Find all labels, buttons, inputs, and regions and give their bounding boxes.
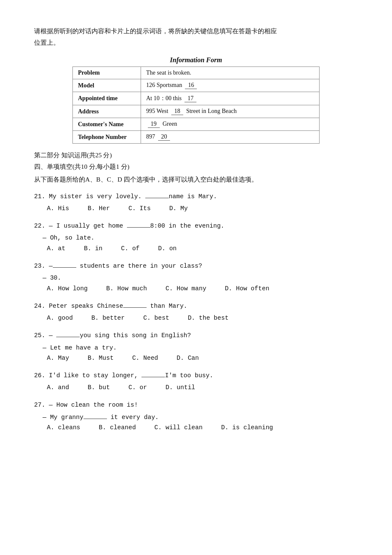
part2-heading: 第二部分 知识运用(共25 分) [34, 151, 358, 159]
q26-text: 26. I'd like to stay longer, I'm too bus… [34, 370, 358, 381]
blank-q24 [123, 307, 147, 308]
q24-choices: A. good B. better C. best D. the best [47, 313, 358, 324]
q27-choices: A. cleans B. cleaned C. will clean D. is… [47, 422, 358, 433]
question-24: 24. Peter speaks Chinese than Mary. A. g… [34, 301, 358, 324]
q27-number: 27. [34, 402, 45, 408]
blank-q23 [53, 267, 76, 268]
blank-q26 [141, 377, 165, 377]
q21-choices: A. His B. Her C. Its D. My [47, 203, 358, 214]
information-form: Problem The seat is broken. Model 126 Sp… [72, 66, 320, 144]
q22-number: 22. [34, 223, 45, 229]
q21-number: 21. [34, 193, 45, 200]
q25-number: 25. [34, 332, 45, 339]
table-row: Appointed time At 10：00 this 17 [73, 92, 320, 105]
blank-17: 17 [184, 95, 196, 102]
form-title: Information Form [34, 56, 358, 64]
q21-text: 21. My sister is very lovely. name is Ma… [34, 191, 358, 202]
q23-dialog1: 23. — students are there in your class? [34, 261, 358, 272]
label-address: Address [73, 105, 141, 118]
q26-choices: A. and B. but C. or D. until [47, 382, 358, 393]
blank-q25 [56, 337, 80, 337]
value-model: 126 Sportsman 16 [141, 79, 320, 92]
blank-20: 20 [158, 133, 170, 141]
question-22: 22. — I usually get home 8:00 in the eve… [34, 221, 358, 254]
part4-heading: 四、单项填空(共10 分,每小题1 分) [34, 163, 358, 171]
q23-dialog2: — 30. [43, 273, 358, 283]
blank-18: 18 [171, 108, 183, 115]
intro-line1: 请根据所听到的对话内容和卡片上的提示词语，将所缺的关键信息填写在答题卡的相应 [34, 28, 277, 35]
table-row: Problem The seat is broken. [73, 67, 320, 79]
q25-dialog1: 25. — you sing this song in English? [34, 330, 358, 341]
table-row: Telephone Number 897 20 [73, 131, 320, 144]
q22-choices: A. at B. in C. of D. on [47, 243, 358, 254]
question-25: 25. — you sing this song in English? — L… [34, 330, 358, 364]
question-27: 27. — How clean the room is! — My granny… [34, 400, 358, 433]
q24-number: 24. [34, 303, 45, 309]
value-customer-name: 19 Green [141, 118, 320, 131]
q23-choices: A. How long B. How much C. How many D. H… [47, 283, 358, 294]
table-row: Customer's Name 19 Green [73, 118, 320, 131]
blank-q27 [84, 419, 107, 419]
q23-number: 23. [34, 263, 45, 269]
table-row: Model 126 Sportsman 16 [73, 79, 320, 92]
blank-q21 [145, 198, 169, 198]
label-customer-name: Customer's Name [73, 118, 141, 131]
value-problem: The seat is broken. [141, 67, 320, 79]
blank-q22 [127, 227, 150, 228]
q22-dialog2: — Oh, so late. [43, 233, 358, 243]
table-row: Address 995 West 18 Street in Long Beach [73, 105, 320, 118]
intro-line2: 位置上。 [34, 39, 60, 46]
q25-choices: A. May B. Must C. Need D. Can [47, 353, 358, 364]
q22-dialog1: 22. — I usually get home 8:00 in the eve… [34, 221, 358, 231]
intro-text: 请根据所听到的对话内容和卡片上的提示词语，将所缺的关键信息填写在答题卡的相应 位… [34, 26, 358, 49]
q26-number: 26. [34, 372, 45, 379]
instruction: 从下面各题所给的A、B、C、D 四个选项中，选择可以填入空白处的最佳选项。 [34, 174, 358, 185]
value-appointed-time: At 10：00 this 17 [141, 92, 320, 105]
question-26: 26. I'd like to stay longer, I'm too bus… [34, 370, 358, 393]
label-telephone: Telephone Number [73, 131, 141, 144]
label-problem: Problem [73, 67, 141, 79]
label-model: Model [73, 79, 141, 92]
q25-dialog2: — Let me have a try. [43, 343, 358, 353]
blank-16: 16 [185, 82, 197, 89]
q27-dialog2: — My granny it every day. [43, 412, 358, 423]
q27-dialog1: 27. — How clean the room is! [34, 400, 358, 410]
question-23: 23. — students are there in your class? … [34, 261, 358, 294]
value-address: 995 West 18 Street in Long Beach [141, 105, 320, 118]
blank-19: 19 [148, 121, 160, 128]
label-appointed-time: Appointed time [73, 92, 141, 105]
value-telephone: 897 20 [141, 131, 320, 144]
question-21: 21. My sister is very lovely. name is Ma… [34, 191, 358, 214]
q24-text: 24. Peter speaks Chinese than Mary. [34, 301, 358, 312]
